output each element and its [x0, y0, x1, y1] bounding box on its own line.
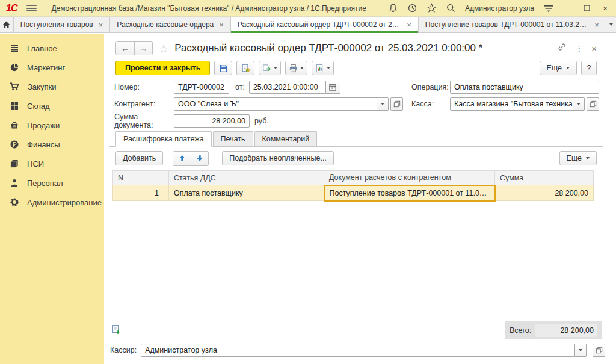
cashbox-combo[interactable]: Касса магазина "Бытовая техника"	[450, 97, 585, 111]
cell-row-number[interactable]: 1	[113, 185, 169, 201]
more-menu-dots-icon[interactable]: ⋮	[575, 44, 583, 53]
search-icon[interactable]	[446, 3, 456, 13]
cell-dds-item[interactable]: Оплата поставщику	[169, 185, 324, 201]
tab-print[interactable]: Печать	[213, 131, 253, 146]
close-tab-icon[interactable]: ×	[99, 21, 103, 29]
cart-icon	[10, 82, 20, 91]
counterparty-combo[interactable]: ООО "Слеза и Ъ"	[174, 97, 389, 111]
notifications-bell-icon[interactable]	[388, 3, 398, 13]
counterparty-field[interactable]: ООО "Слеза и Ъ"	[174, 97, 377, 111]
nav-back-button[interactable]: ←	[116, 42, 134, 55]
sidebar-item-administration[interactable]: Администрирование	[0, 193, 104, 212]
sidebar-item-warehouse[interactable]: Склад	[0, 96, 104, 116]
table-row[interactable]: 1 Оплата поставщику Поступление товаров …	[113, 185, 594, 201]
cashier-dropdown-icon[interactable]	[575, 344, 587, 357]
reports-button[interactable]	[312, 61, 334, 75]
sidebar-item-main[interactable]: Главное	[0, 39, 104, 58]
cashier-combo[interactable]: Администратор узла	[141, 344, 587, 357]
sections-sidebar: Главное Маркетинг Закупки Склад Продажи …	[0, 34, 104, 364]
column-header-dds-item[interactable]: Статья ДДС	[169, 171, 324, 185]
cell-amount[interactable]: 28 200,00	[495, 185, 594, 201]
open-form-icon	[590, 100, 597, 108]
close-tab-icon[interactable]: ×	[219, 21, 224, 29]
close-tab-icon[interactable]: ×	[594, 21, 599, 29]
date-label: от:	[235, 83, 245, 91]
tab-goods-receipts-list[interactable]: Поступления товаров ×	[14, 17, 111, 32]
minimize-button[interactable]: _	[563, 4, 573, 13]
favorites-star-icon[interactable]	[427, 3, 437, 13]
move-row-down-button[interactable]	[191, 152, 208, 165]
attached-files-button[interactable]	[111, 325, 121, 337]
print-button[interactable]	[285, 61, 307, 75]
history-icon[interactable]	[407, 3, 417, 13]
sidebar-item-nsi[interactable]: НСИ	[0, 154, 104, 173]
document-toolbar: Провести и закрыть	[109, 59, 603, 77]
document-form: ← → ☆ Расходный кассовый ордер ТДРТ-0000…	[109, 37, 603, 313]
home-icon	[2, 20, 11, 29]
printer-icon	[289, 64, 298, 73]
post-document-icon	[241, 64, 250, 73]
amount-field[interactable]: 28 200,00	[174, 114, 250, 128]
column-header-amount[interactable]: Сумма	[495, 171, 594, 185]
post-and-close-button[interactable]: Провести и закрыть	[116, 61, 210, 75]
operation-field[interactable]: Оплата поставщику	[450, 81, 599, 94]
column-header-n[interactable]: N	[113, 171, 169, 185]
tab-payment-details[interactable]: Расшифровка платежа	[116, 131, 212, 147]
counterparty-open-button[interactable]	[390, 97, 403, 111]
cashier-open-button[interactable]	[593, 344, 605, 357]
toolbar-more-button[interactable]: Еще	[540, 61, 577, 75]
service-settings-icon[interactable]	[543, 4, 554, 13]
counterparty-dropdown-icon[interactable]	[377, 97, 389, 111]
save-button[interactable]	[214, 61, 232, 75]
maximize-button[interactable]	[582, 4, 591, 13]
move-row-up-button[interactable]	[173, 152, 191, 165]
ruble-circle-icon	[10, 140, 19, 149]
main-menu-burger-icon[interactable]	[26, 5, 37, 11]
sidebar-item-purchases[interactable]: Закупки	[0, 77, 104, 96]
main-area: ← → ☆ Расходный кассовый ордер ТДРТ-0000…	[104, 34, 616, 364]
document-fields: Номер: ТДРТ-000002 от: 25.03.2021 0:00:0…	[109, 77, 603, 129]
favorite-star-icon[interactable]: ☆	[159, 42, 168, 55]
post-document-button[interactable]	[236, 61, 254, 75]
cell-settlement-doc-selected[interactable]: Поступление товаров ТДРТ-000001 от 11.03…	[324, 185, 495, 201]
sidebar-item-personnel[interactable]: Персонал	[0, 173, 104, 193]
cashbox-label: Касса:	[411, 100, 450, 108]
tab-goods-receipt-document[interactable]: Поступление товаров ТДРТ-000001 от 11.03…	[419, 17, 606, 32]
total-value: 28 200,00	[535, 324, 597, 337]
close-tab-icon[interactable]: ×	[407, 21, 411, 29]
table-more-button[interactable]: Еще	[559, 151, 597, 165]
menu-lines-icon	[10, 43, 19, 53]
home-tab[interactable]	[0, 17, 14, 32]
open-form-icon	[596, 347, 603, 354]
nav-forward-button[interactable]: →	[134, 42, 152, 55]
window-title: Демонстрационная база /Магазин "Бытовая …	[51, 4, 366, 13]
calendar-button[interactable]	[326, 81, 340, 94]
tab-list-dropdown[interactable]	[606, 17, 616, 32]
current-user[interactable]: Администратор узла	[465, 4, 534, 13]
attached-files-icon	[111, 325, 121, 335]
sidebar-item-marketing[interactable]: Маркетинг	[0, 58, 104, 77]
number-field[interactable]: ТДРТ-000002	[174, 81, 229, 94]
tab-comment[interactable]: Комментарий	[254, 131, 318, 146]
add-row-button[interactable]: Добавить	[116, 151, 163, 165]
sidebar-item-finance[interactable]: Финансы	[0, 135, 104, 154]
cashbox-dropdown-icon[interactable]	[573, 97, 585, 111]
date-field[interactable]: 25.03.2021 0:00:00	[249, 81, 326, 94]
help-button[interactable]: ?	[581, 61, 597, 75]
close-form-icon[interactable]: ×	[591, 43, 597, 54]
cashbox-open-button[interactable]	[587, 97, 599, 111]
tab-cash-vouchers-list[interactable]: Расходные кассовые ордера ×	[110, 17, 231, 32]
cashier-field[interactable]: Администратор узла	[141, 344, 575, 357]
payment-details-grid[interactable]: N Статья ДДС Документ расчетов с контраг…	[112, 170, 594, 309]
person-icon	[10, 178, 19, 188]
sidebar-item-sales[interactable]: Продажи	[0, 116, 104, 135]
cashbox-field[interactable]: Касса магазина "Бытовая техника"	[450, 97, 573, 111]
create-based-on-button[interactable]	[259, 61, 281, 75]
column-header-settlement-doc[interactable]: Документ расчетов с контрагентом	[324, 171, 495, 185]
pick-unpaid-button[interactable]: Подобрать неоплаченные...	[222, 151, 334, 165]
arrow-up-icon	[179, 155, 186, 162]
boxes-icon	[10, 101, 19, 111]
tab-cash-voucher-document[interactable]: Расходный кассовый ордер ТДРТ-000002 от …	[231, 17, 419, 32]
close-window-button[interactable]: ×	[600, 4, 610, 13]
get-link-icon[interactable]	[557, 42, 567, 54]
